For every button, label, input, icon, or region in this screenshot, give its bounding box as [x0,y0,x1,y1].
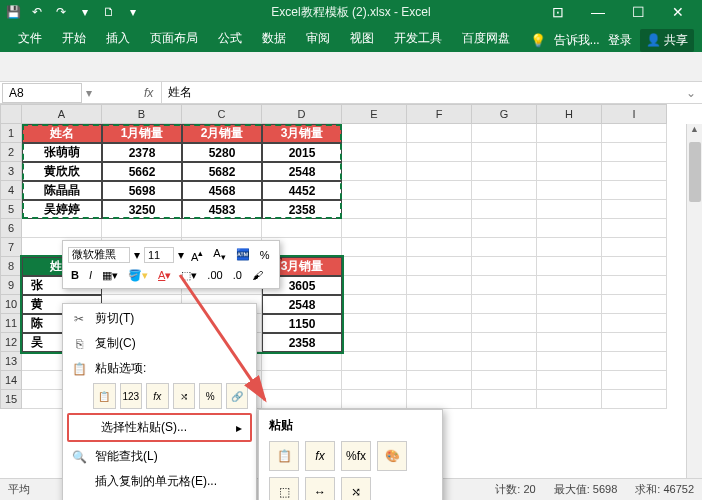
share-button[interactable]: 👤 共享 [640,29,694,52]
login-link[interactable]: 登录 [608,32,632,49]
cell[interactable] [537,200,602,219]
cell[interactable] [537,390,602,409]
font-name-input[interactable] [68,247,130,263]
row-header-12[interactable]: 12 [0,333,22,352]
tab-home[interactable]: 开始 [52,25,96,52]
qat-more-icon[interactable]: ▾ [78,5,92,19]
cell[interactable] [342,124,407,143]
cell[interactable]: 吴婷婷 [22,200,102,219]
col-header-F[interactable]: F [407,104,472,124]
tab-review[interactable]: 审阅 [296,25,340,52]
cell[interactable] [472,295,537,314]
cell[interactable] [602,333,667,352]
cell[interactable] [22,219,102,238]
cell[interactable]: 2358 [262,200,342,219]
cell[interactable] [602,238,667,257]
tell-me-text[interactable]: 告诉我... [554,32,600,49]
cell[interactable]: 4452 [262,181,342,200]
decrease-font-icon[interactable]: A▾ [210,246,228,263]
decimal-inc-icon[interactable]: .00 [204,268,225,282]
cell[interactable] [472,314,537,333]
menu-paste-special[interactable]: 选择性粘贴(S)...▸ [69,415,250,440]
col-header-A[interactable]: A [22,104,102,124]
cell[interactable] [602,314,667,333]
cell[interactable] [407,295,472,314]
cell[interactable] [342,352,407,371]
cell[interactable] [342,371,407,390]
cell[interactable] [407,371,472,390]
row-header-9[interactable]: 9 [0,276,22,295]
cell[interactable] [102,219,182,238]
sub-paste-col-width[interactable]: ↔ [305,477,335,500]
cell[interactable] [407,143,472,162]
row-header-2[interactable]: 2 [0,143,22,162]
close-button[interactable]: ✕ [658,0,698,24]
row-header-3[interactable]: 3 [0,162,22,181]
cell[interactable] [602,371,667,390]
cell[interactable] [472,200,537,219]
tab-baidu[interactable]: 百度网盘 [452,25,520,52]
cell[interactable] [472,124,537,143]
cell[interactable] [407,352,472,371]
format-painter-icon[interactable]: 🖌 [249,268,266,282]
cell[interactable] [407,238,472,257]
undo-icon[interactable]: ↶ [30,5,44,19]
cell[interactable] [472,162,537,181]
tab-data[interactable]: 数据 [252,25,296,52]
cell[interactable] [407,390,472,409]
paste-opt-formulas[interactable]: fx [146,383,169,409]
fill-color-icon[interactable]: 🪣▾ [125,268,151,283]
cell[interactable]: 2015 [262,143,342,162]
cell[interactable] [602,143,667,162]
increase-font-icon[interactable]: A▴ [188,246,206,264]
cell[interactable] [342,143,407,162]
font-size-input[interactable] [144,247,174,263]
cell[interactable]: 5662 [102,162,182,181]
cell[interactable] [537,276,602,295]
cell[interactable]: 2548 [262,162,342,181]
col-header-G[interactable]: G [472,104,537,124]
qat-dropdown-icon[interactable]: ▾ [126,5,140,19]
menu-smart-lookup[interactable]: 🔍智能查找(L) [63,444,256,469]
row-header-6[interactable]: 6 [0,219,22,238]
col-header-C[interactable]: C [182,104,262,124]
vertical-scrollbar[interactable]: ▲ [686,124,702,490]
row-header-15[interactable]: 15 [0,390,22,409]
paste-opt-transpose[interactable]: ⤭ [173,383,196,409]
cell[interactable] [537,295,602,314]
cell[interactable] [472,257,537,276]
row-header-4[interactable]: 4 [0,181,22,200]
cell[interactable]: 4583 [182,200,262,219]
cell[interactable] [342,162,407,181]
cell[interactable] [407,276,472,295]
maximize-button[interactable]: ☐ [618,0,658,24]
cell[interactable] [262,219,342,238]
menu-cut[interactable]: ✂剪切(T) [63,306,256,331]
cell[interactable] [537,352,602,371]
cell[interactable] [342,276,407,295]
cell[interactable]: 5698 [102,181,182,200]
sub-paste-formulas-fmt[interactable]: %fx [341,441,371,471]
row-header-7[interactable]: 7 [0,238,22,257]
tab-formulas[interactable]: 公式 [208,25,252,52]
cell[interactable] [602,181,667,200]
new-doc-icon[interactable]: 🗋 [102,5,116,19]
cell[interactable] [407,162,472,181]
cell[interactable] [472,181,537,200]
col-header-E[interactable]: E [342,104,407,124]
paste-opt-all[interactable]: 📋 [93,383,116,409]
cell[interactable] [342,238,407,257]
italic-button[interactable]: I [86,268,95,282]
cell[interactable]: 4568 [182,181,262,200]
cell[interactable]: 1150 [262,314,342,333]
tell-me-icon[interactable]: 💡 [530,33,546,48]
cell[interactable] [472,238,537,257]
formula-expand-icon[interactable]: ⌄ [680,86,702,100]
scroll-up-icon[interactable]: ▲ [687,124,702,140]
cell[interactable] [472,219,537,238]
sub-paste-keep-src[interactable]: 🎨 [377,441,407,471]
tab-view[interactable]: 视图 [340,25,384,52]
save-icon[interactable]: 💾 [6,5,20,19]
font-color-icon[interactable]: A▾ [155,268,174,283]
cell[interactable] [342,390,407,409]
